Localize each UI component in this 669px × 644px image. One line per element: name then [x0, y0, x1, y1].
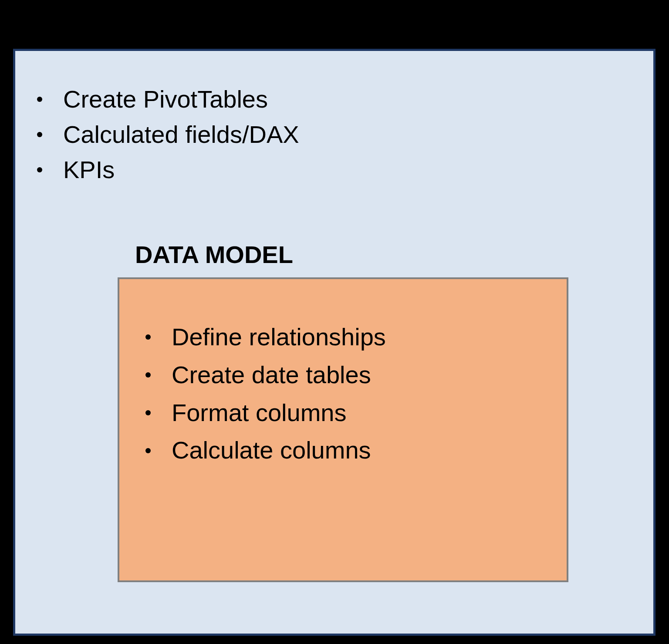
list-item: Create date tables [145, 356, 567, 394]
bullet-icon [145, 372, 151, 378]
bullet-icon [145, 334, 151, 340]
inner-container: Define relationships Create date tables … [118, 277, 568, 582]
bullet-icon [145, 410, 151, 415]
list-item: Define relationships [145, 318, 567, 356]
bullet-icon [37, 132, 42, 137]
list-item-text: Create date tables [172, 356, 371, 394]
bullet-icon [37, 167, 42, 172]
list-item: Create PivotTables [37, 81, 653, 117]
outer-bullet-list: Create PivotTables Calculated fields/DAX… [15, 51, 653, 188]
list-item-text: Calculate columns [172, 432, 371, 469]
list-item-text: Calculated fields/DAX [63, 117, 299, 152]
list-item: KPIs [37, 152, 653, 187]
list-item: Calculated fields/DAX [37, 117, 653, 152]
bullet-icon [37, 97, 42, 102]
bullet-icon [145, 448, 151, 453]
list-item-text: KPIs [63, 152, 115, 187]
inner-bullet-list: Define relationships Create date tables … [119, 279, 567, 469]
list-item-text: Define relationships [172, 318, 386, 356]
inner-box-title: DATA MODEL [135, 240, 293, 269]
list-item-text: Format columns [172, 394, 346, 432]
list-item: Format columns [145, 394, 567, 432]
outer-container: Create PivotTables Calculated fields/DAX… [13, 49, 655, 636]
list-item: Calculate columns [145, 432, 567, 469]
list-item-text: Create PivotTables [63, 81, 268, 117]
